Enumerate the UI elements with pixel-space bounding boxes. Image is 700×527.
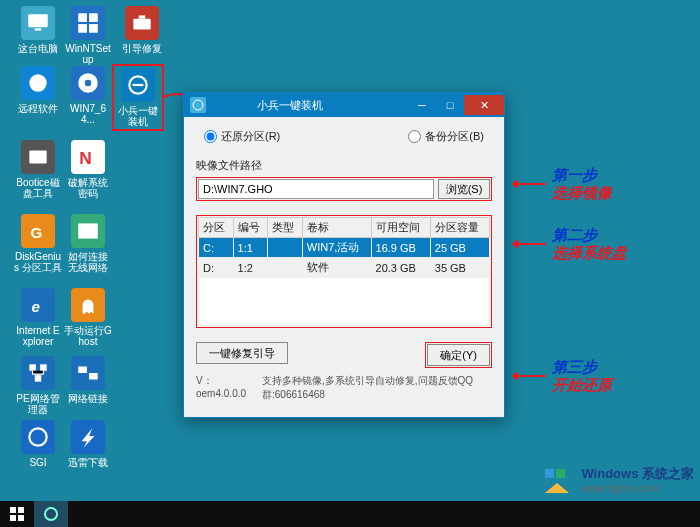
start-button[interactable] [0, 501, 34, 527]
svg-rect-29 [18, 515, 24, 521]
desktop-icon-sgi[interactable]: SGI [14, 420, 62, 468]
table-row[interactable]: C: 1:1 WIN7,活动 16.9 GB 25 GB [199, 238, 490, 258]
svg-text:e: e [32, 298, 40, 315]
window-title: 小兵一键装机 [172, 98, 408, 113]
svg-point-10 [85, 80, 92, 87]
desktop-icon-win7[interactable]: WIN7_64... [64, 66, 112, 125]
desktop-icon-ie[interactable]: e Internet Explorer [14, 288, 62, 347]
svg-rect-7 [139, 15, 146, 18]
table-empty-area [199, 278, 490, 326]
watermark-url: www.bjjmlv.com [581, 481, 694, 495]
desktop-icon-xiaobing[interactable]: 小兵一键装机 [112, 64, 164, 131]
desktop-label: 引导修复 [118, 43, 166, 54]
desktop-icon-bootice[interactable]: Bootice磁盘工具 [14, 140, 62, 199]
col-type[interactable]: 类型 [268, 218, 303, 238]
radio-backup[interactable]: 备份分区(B) [408, 129, 484, 144]
disk-icon [21, 140, 55, 174]
col-no[interactable]: 编号 [233, 218, 268, 238]
step2-callout: 第二步 选择系统盘 [552, 226, 627, 262]
titlebar[interactable]: 小兵一键装机 ─ □ ✕ [184, 93, 504, 117]
confirm-button[interactable]: 确定(Y) [427, 344, 490, 366]
diskgenius-icon: G [21, 214, 55, 248]
desktop-label: SGI [14, 457, 62, 468]
desktop-label: Internet Explorer [14, 325, 62, 347]
radio-backup-input[interactable] [408, 130, 421, 143]
mode-radio-row: 还原分区(R) 备份分区(B) [196, 127, 492, 152]
step3-callout: 第三步 开始还原 [552, 358, 612, 394]
partition-table-wrap: 分区 编号 类型 卷标 可用空间 分区容量 C: 1:1 WIN7,活动 16.… [196, 215, 492, 328]
desktop-label: 迅雷下载 [64, 457, 112, 468]
boot-repair-button[interactable]: 一键修复引导 [196, 342, 288, 364]
step1-callout: 第一步 选择镜像 [552, 166, 612, 202]
svg-rect-15 [78, 223, 98, 238]
ie-icon: e [21, 288, 55, 322]
image-path-input[interactable] [198, 179, 434, 199]
desktop-icon-crack[interactable]: N 破解系统密码 [64, 140, 112, 199]
svg-rect-0 [28, 14, 48, 27]
radio-restore[interactable]: 还原分区(R) [204, 129, 280, 144]
svg-rect-26 [10, 507, 16, 513]
col-cap[interactable]: 分区容量 [430, 218, 489, 238]
desktop-label: DiskGenius 分区工具 [14, 251, 62, 273]
svg-rect-6 [133, 19, 150, 30]
desktop-icon-remote[interactable]: 远程软件 [14, 66, 62, 114]
svg-rect-19 [35, 375, 42, 382]
tip-label: 支持多种镜像,多系统引导自动修复,问题反馈QQ群:606616468 [262, 374, 492, 402]
installer-window: 小兵一键装机 ─ □ ✕ 还原分区(R) 备份分区(B) 映像文件路径 浏览(S… [183, 92, 505, 418]
svg-rect-27 [18, 507, 24, 513]
radio-restore-input[interactable] [204, 130, 217, 143]
svg-rect-18 [40, 364, 46, 371]
desktop-label: 手动运行Ghost [64, 325, 112, 347]
desktop-icon-netconn[interactable]: 网络链接 [64, 356, 112, 404]
arrow-step2-icon [504, 236, 548, 252]
desktop-icon-penet[interactable]: PE网络管理器 [14, 356, 62, 415]
svg-rect-2 [78, 13, 87, 22]
network-icon [21, 356, 55, 390]
taskbar[interactable] [0, 501, 700, 527]
minimize-button[interactable]: ─ [408, 95, 436, 115]
svg-rect-28 [10, 515, 16, 521]
table-row[interactable]: D: 1:2 软件 20.3 GB 35 GB [199, 258, 490, 278]
toolbox-icon [125, 6, 159, 40]
desktop-label: 如何连接无线网络 [64, 251, 112, 273]
col-vol[interactable]: 卷标 [302, 218, 371, 238]
netconn-icon [71, 356, 105, 390]
desktop-icon-thunder[interactable]: 迅雷下载 [64, 420, 112, 468]
version-label: V：oem4.0.0.0 [196, 374, 252, 402]
svg-rect-3 [89, 13, 98, 22]
close-button[interactable]: ✕ [464, 95, 504, 115]
svg-rect-4 [78, 24, 87, 33]
svg-rect-24 [545, 469, 554, 478]
desktop-label: WinNTSetup [64, 43, 112, 65]
windows-logo-icon [9, 506, 25, 522]
svg-point-30 [45, 508, 57, 520]
watermark-logo-icon [539, 463, 575, 499]
maximize-button[interactable]: □ [436, 95, 464, 115]
desktop-icon-wifi[interactable]: 如何连接无线网络 [64, 214, 112, 273]
watermark-title: Windows 系统之家 [581, 467, 694, 481]
svg-rect-12 [29, 151, 46, 164]
desktop-icon-ghost[interactable]: 手动运行Ghost [64, 288, 112, 347]
ghost-icon [71, 288, 105, 322]
computer-icon [21, 6, 55, 40]
desktop-icon-this-pc[interactable]: 这台电脑 [14, 6, 62, 54]
desktop-icon-boot-repair[interactable]: 引导修复 [118, 6, 166, 54]
desktop-label: 这台电脑 [14, 43, 62, 54]
desktop-icon-winntsetup[interactable]: WinNTSetup [64, 6, 112, 65]
col-part[interactable]: 分区 [199, 218, 234, 238]
path-label: 映像文件路径 [196, 158, 492, 173]
desktop-label: 网络链接 [64, 393, 112, 404]
path-input-group: 浏览(S) [196, 177, 492, 201]
desktop-icon-diskgenius[interactable]: G DiskGenius 分区工具 [14, 214, 62, 273]
svg-point-8 [29, 74, 46, 91]
svg-rect-21 [89, 373, 98, 380]
sgi-icon [21, 420, 55, 454]
svg-rect-17 [29, 364, 35, 371]
disc-icon [71, 66, 105, 100]
browse-button[interactable]: 浏览(S) [438, 179, 490, 199]
installer-icon [121, 68, 155, 102]
desktop-label: 远程软件 [14, 103, 62, 114]
col-free[interactable]: 可用空间 [371, 218, 430, 238]
taskbar-app-button[interactable] [34, 501, 68, 527]
desktop-label: Bootice磁盘工具 [14, 177, 62, 199]
